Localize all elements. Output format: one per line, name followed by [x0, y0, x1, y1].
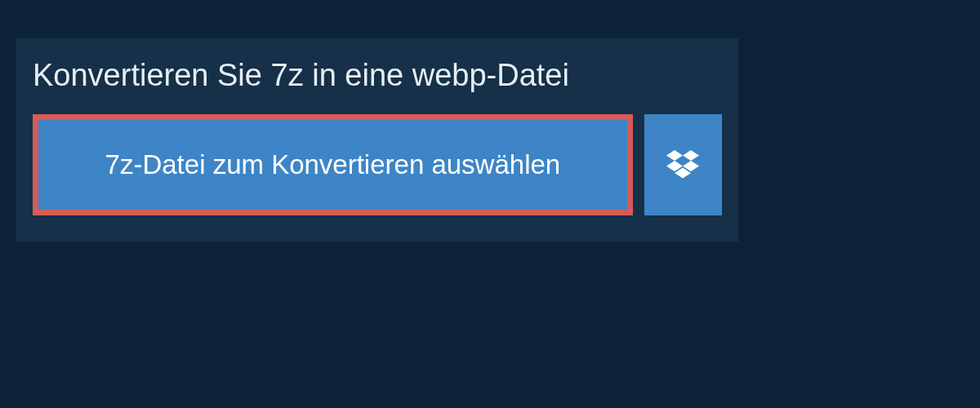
page-title: Konvertieren Sie 7z in eine webp-Datei — [16, 38, 738, 114]
dropbox-button[interactable] — [644, 114, 722, 215]
dropbox-icon — [666, 150, 699, 180]
select-file-button[interactable]: 7z-Datei zum Konvertieren auswählen — [33, 114, 633, 215]
select-file-label: 7z-Datei zum Konvertieren auswählen — [105, 149, 561, 180]
converter-panel: Konvertieren Sie 7z in eine webp-Datei 7… — [16, 38, 738, 242]
button-row: 7z-Datei zum Konvertieren auswählen — [16, 114, 738, 215]
